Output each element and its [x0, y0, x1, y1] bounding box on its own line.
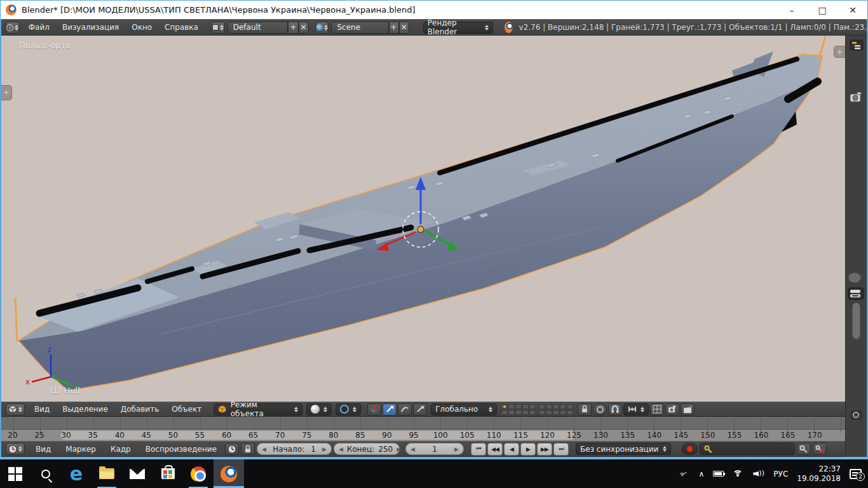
render-engine-select[interactable]: Рендер Blender [423, 22, 493, 34]
menu-render[interactable]: Визуализация [56, 23, 125, 32]
opengl-render-button[interactable] [665, 403, 679, 416]
tray-expand-icon[interactable]: ∧ [699, 470, 705, 478]
menu-file[interactable]: Файл [22, 23, 56, 32]
close-button[interactable]: ✕ [838, 1, 867, 19]
timeline-track-area[interactable] [1, 417, 845, 430]
editor-type-button[interactable]: i [6, 22, 20, 34]
blender-taskbar-button[interactable] [214, 459, 244, 488]
chevron-updown-icon [353, 407, 356, 412]
jump-to-end-button[interactable]: ⏭ [553, 443, 569, 456]
people-icon[interactable]: ꮘᵒ [677, 470, 690, 478]
menu-view[interactable]: Вид [29, 445, 57, 454]
start-button[interactable] [0, 459, 31, 488]
transform-orientation-select[interactable]: Глобально [431, 403, 497, 416]
stepper-right-icon[interactable]: ▶ [454, 446, 459, 452]
menu-window[interactable]: Окно [125, 23, 158, 32]
editor-type-button[interactable] [6, 443, 25, 455]
render-tab-camera-icon[interactable] [850, 92, 864, 105]
next-keyframe-button[interactable]: ▶▶ [537, 443, 552, 456]
chrome-icon [191, 466, 206, 482]
render-border-button[interactable] [650, 403, 664, 416]
delete-scene-button[interactable]: ✕ [399, 22, 409, 34]
speaker-icon[interactable]: )) [753, 470, 764, 478]
rotate-manipulator-button[interactable] [398, 403, 412, 416]
menu-add[interactable]: Добавить [115, 405, 165, 414]
orientation-value: Глобально [435, 405, 478, 414]
active-object-label: (1) Hull [50, 386, 80, 395]
language-indicator[interactable]: РУС [773, 470, 788, 478]
preview-range-clock-button[interactable] [225, 443, 239, 455]
keying-set-field[interactable] [700, 443, 795, 455]
store-taskbar-button[interactable] [153, 459, 183, 488]
mode-select[interactable]: Режим объекта [214, 403, 302, 416]
delete-keyframe-button[interactable] [813, 443, 827, 455]
auto-keyframe-button[interactable] [682, 443, 698, 455]
ship-model[interactable]: x y z [1, 36, 845, 402]
outliner-icon[interactable] [850, 39, 864, 53]
view3d-header: Вид Выделение Добавить Объект Режим объе… [1, 402, 845, 417]
edge-taskbar-button[interactable]: e [61, 459, 92, 488]
toolbar-expand-button[interactable]: + [1, 85, 12, 100]
mail-taskbar-button[interactable] [122, 459, 153, 488]
menu-select[interactable]: Выделение [57, 405, 113, 414]
menu-marker[interactable]: Маркер [59, 445, 102, 454]
layer-selector[interactable] [501, 404, 573, 415]
current-frame-field[interactable]: ◀ 1 ▶ [405, 443, 464, 455]
add-scene-button[interactable]: + [389, 22, 399, 34]
scene-browse-button[interactable] [315, 22, 329, 34]
viewport-3d[interactable]: x y z Польз.-орто (1) Hull + + [1, 36, 845, 402]
snap-element-select[interactable] [623, 403, 649, 416]
prev-keyframe-button[interactable]: ◀◀ [487, 443, 503, 456]
play-reverse-button[interactable]: ◀ [504, 443, 519, 456]
manipulator-toggle-button[interactable] [367, 403, 381, 416]
menu-object[interactable]: Объект [166, 405, 207, 414]
stepper-right-icon[interactable]: ▶ [397, 446, 401, 452]
chrome-taskbar-button[interactable] [183, 459, 214, 488]
battery-icon[interactable] [713, 471, 724, 477]
tool-icon[interactable] [850, 409, 864, 423]
properties-editor-icon[interactable] [848, 287, 864, 302]
jump-to-start-button[interactable]: ⏮ [471, 443, 486, 456]
panel-toggle-icon[interactable] [847, 272, 862, 286]
frame-start-field[interactable]: ◀ Начало: 1 ▶ [257, 443, 332, 455]
pivot-select[interactable] [336, 403, 361, 416]
window-title: Blender* [D:\МОИ МОДЕЛИ\USSA\ТИП СВЕТЛАН… [22, 5, 416, 15]
scale-manipulator-button[interactable] [413, 403, 427, 416]
action-center-icon[interactable]: 2 [850, 469, 862, 479]
proportional-edit-button[interactable] [593, 403, 607, 416]
add-layout-button[interactable]: + [288, 22, 298, 34]
menu-view[interactable]: Вид [29, 405, 55, 414]
menu-frame[interactable]: Кадр [104, 445, 137, 454]
frame-end-field[interactable]: ◀ Конец: 250 ▶ [334, 443, 400, 455]
screen-layout-browse-button[interactable] [211, 22, 225, 34]
screen-layout-field[interactable]: Default [227, 22, 288, 34]
explorer-taskbar-button[interactable] [92, 459, 122, 488]
scene-name-field[interactable]: Scene [331, 22, 388, 34]
properties-scrollbar[interactable] [852, 302, 860, 339]
menu-help[interactable]: Справка [158, 23, 205, 32]
stepper-right-icon[interactable]: ▶ [322, 446, 327, 452]
delete-layout-button[interactable]: ✕ [299, 22, 309, 34]
minimize-button[interactable]: – [777, 1, 806, 19]
snap-button[interactable] [608, 403, 622, 416]
wifi-icon[interactable] [733, 470, 744, 478]
lock-range-button[interactable] [241, 443, 255, 455]
menu-playback[interactable]: Воспроизведение [139, 445, 223, 454]
properties-expand-button[interactable]: + [834, 46, 845, 58]
maximize-button[interactable]: □ [808, 1, 837, 19]
translate-manipulator-button[interactable] [383, 403, 397, 416]
play-button[interactable]: ▶ [520, 443, 536, 456]
lock-to-scene-button[interactable] [578, 403, 592, 416]
clock[interactable]: 22:37 19.09.2018 [797, 464, 841, 484]
sync-mode-select[interactable]: Без синхронизации [576, 443, 671, 455]
timeline-ruler[interactable]: 2025303540455055606570758085909510010511… [1, 430, 845, 441]
editor-type-button[interactable] [6, 403, 25, 416]
stepper-left-icon[interactable]: ◀ [262, 446, 266, 452]
stepper-left-icon[interactable]: ◀ [339, 446, 343, 452]
opengl-anim-button[interactable] [681, 403, 695, 416]
insert-keyframe-button[interactable] [797, 443, 811, 455]
viewport-shading-select[interactable] [306, 403, 332, 416]
stepper-left-icon[interactable]: ◀ [410, 446, 415, 452]
search-button[interactable] [31, 459, 61, 488]
properties-strip[interactable] [845, 36, 867, 457]
